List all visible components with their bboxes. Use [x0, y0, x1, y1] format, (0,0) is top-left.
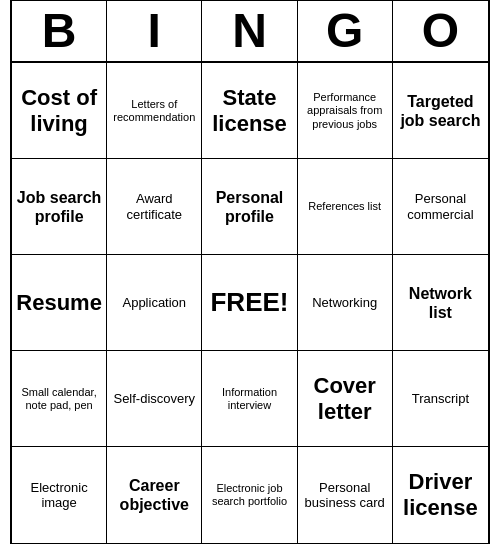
- bingo-cell: References list: [298, 159, 393, 255]
- bingo-cell: Cover letter: [298, 351, 393, 447]
- bingo-cell: Award certificate: [107, 159, 202, 255]
- bingo-cell: Personal commercial: [393, 159, 488, 255]
- bingo-cell: Network list: [393, 255, 488, 351]
- bingo-cell: Job search profile: [12, 159, 107, 255]
- bingo-cell: Performance appraisals from previous job…: [298, 63, 393, 159]
- bingo-cell: Personal profile: [202, 159, 297, 255]
- letter-i: I: [107, 1, 202, 62]
- bingo-card: B I N G O Cost of livingLetters of recom…: [10, 0, 490, 544]
- letter-g: G: [298, 1, 393, 62]
- bingo-cell: Resume: [12, 255, 107, 351]
- bingo-cell: Application: [107, 255, 202, 351]
- bingo-cell: State license: [202, 63, 297, 159]
- letter-n: N: [202, 1, 297, 62]
- letter-o: O: [393, 1, 488, 62]
- bingo-cell: Information interview: [202, 351, 297, 447]
- bingo-cell: Cost of living: [12, 63, 107, 159]
- bingo-cell: Electronic image: [12, 447, 107, 543]
- bingo-cell: Self-discovery: [107, 351, 202, 447]
- bingo-cell: Personal business card: [298, 447, 393, 543]
- letter-b: B: [12, 1, 107, 62]
- bingo-cell: FREE!: [202, 255, 297, 351]
- bingo-cell: Transcript: [393, 351, 488, 447]
- bingo-cell: Networking: [298, 255, 393, 351]
- bingo-cell: Letters of recommendation: [107, 63, 202, 159]
- bingo-grid: Cost of livingLetters of recommendationS…: [12, 63, 488, 543]
- bingo-cell: Driver license: [393, 447, 488, 543]
- bingo-cell: Electronic job search portfolio: [202, 447, 297, 543]
- bingo-cell: Career objective: [107, 447, 202, 543]
- bingo-header: B I N G O: [12, 1, 488, 64]
- bingo-cell: Targeted job search: [393, 63, 488, 159]
- bingo-cell: Small calendar, note pad, pen: [12, 351, 107, 447]
